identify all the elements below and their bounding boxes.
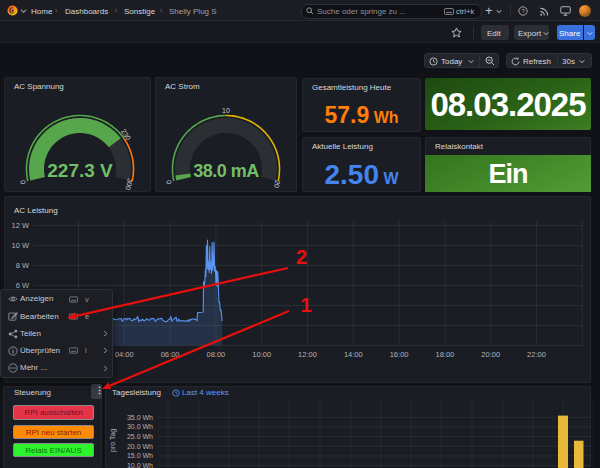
svg-text:1: 1 xyxy=(300,294,311,316)
svg-text:2: 2 xyxy=(296,246,307,268)
